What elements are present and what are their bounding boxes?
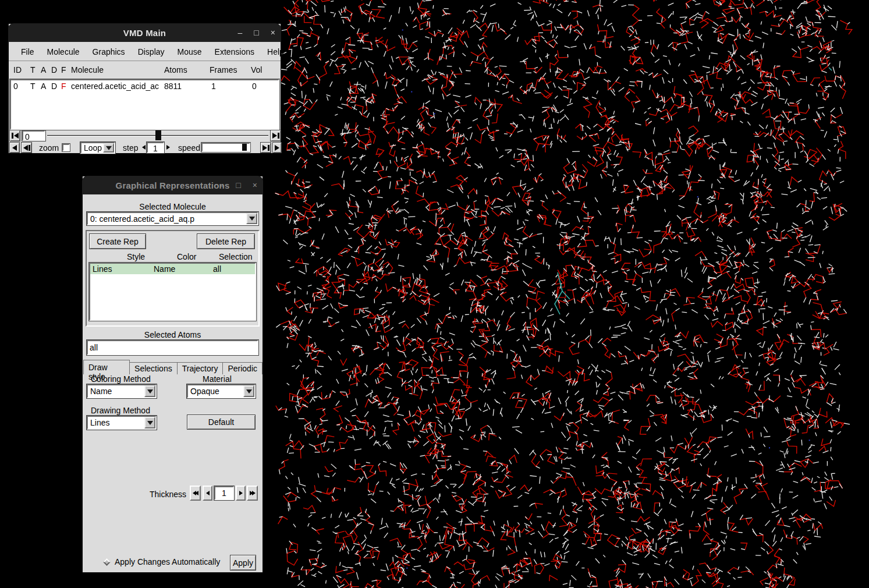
zoom-checkbox[interactable] xyxy=(62,144,70,151)
step-back-button[interactable] xyxy=(21,142,32,153)
rep-col-style: Style xyxy=(127,252,145,261)
maximize-icon[interactable]: □ xyxy=(236,181,240,189)
frame-slider[interactable] xyxy=(47,130,268,141)
chevron-down-icon xyxy=(144,417,155,428)
left-arrow-icon xyxy=(206,491,210,495)
bar-icon xyxy=(12,133,13,139)
material-dropdown[interactable]: Opaque xyxy=(187,384,256,398)
molecule-list: 0 T A D F centered.acetic_acid_ac 8811 1… xyxy=(10,79,279,130)
double-left-arrow-icon xyxy=(195,491,198,495)
speed-label: speed xyxy=(178,143,200,153)
row-molecule-name: centered.acetic_acid_ac xyxy=(71,82,163,91)
menu-help[interactable]: Help xyxy=(261,47,290,56)
frame-entry[interactable] xyxy=(22,130,45,141)
coloring-method-label: Coloring Method xyxy=(91,374,151,384)
close-icon[interactable]: × xyxy=(271,29,275,37)
minimize-icon[interactable]: – xyxy=(238,29,243,37)
apply-button[interactable]: Apply xyxy=(230,555,256,571)
rep-selection: all xyxy=(213,264,221,274)
tab-selections[interactable]: Selections xyxy=(130,362,178,374)
minimize-icon[interactable]: – xyxy=(220,181,225,189)
bar-icon xyxy=(268,145,269,151)
col-vol: Vol xyxy=(251,65,262,75)
selected-atoms-entry[interactable] xyxy=(87,340,258,355)
bar-icon xyxy=(29,145,30,151)
menu-display[interactable]: Display xyxy=(132,47,171,56)
menu-extensions[interactable]: Extensions xyxy=(208,47,261,56)
tab-draw-style[interactable]: Draw style xyxy=(83,360,130,374)
row-atoms: 8811 xyxy=(164,82,182,91)
thickness-entry[interactable] xyxy=(214,486,234,500)
menu-molecule[interactable]: Molecule xyxy=(41,47,86,56)
right-arrow-icon xyxy=(272,133,277,139)
default-button[interactable]: Default xyxy=(187,415,256,430)
loop-value: Loop xyxy=(81,143,103,153)
chevron-down-icon xyxy=(144,385,155,397)
row-active-toggle[interactable]: A xyxy=(41,82,46,91)
thickness-decrement-button[interactable] xyxy=(203,486,212,501)
vmd-main-window: VMD Main – □ × File Molecule Graphics Di… xyxy=(8,23,281,154)
left-arrow-icon xyxy=(14,133,19,139)
molecule-list-header: ID T A D F Molecule Atoms Frames Vol xyxy=(9,62,281,79)
rep-tabbar: Draw style Selections Trajectory Periodi… xyxy=(83,360,263,374)
rep-col-selection: Selection xyxy=(219,252,253,261)
coloring-method-dropdown[interactable]: Name xyxy=(87,384,157,398)
drawing-method-label: Drawing Method xyxy=(91,406,150,415)
speed-slider[interactable] xyxy=(201,143,250,152)
rep-color: Name xyxy=(154,264,175,274)
drawing-method-dropdown[interactable]: Lines xyxy=(87,416,157,430)
close-icon[interactable]: × xyxy=(253,181,257,189)
col-t: T xyxy=(30,65,36,75)
tab-trajectory[interactable]: Trajectory xyxy=(178,362,224,374)
rep-row-selected[interactable]: Lines Name all xyxy=(90,264,255,274)
step-forward-button[interactable] xyxy=(260,142,271,153)
col-a: A xyxy=(41,65,46,75)
molecule-row[interactable]: 0 T A D F centered.acetic_acid_ac 8811 1… xyxy=(11,82,278,92)
frame-slider-handle[interactable] xyxy=(155,130,161,140)
delete-rep-button[interactable]: Delete Rep xyxy=(197,233,255,249)
col-d: D xyxy=(51,65,57,75)
thickness-first-button[interactable] xyxy=(190,486,201,501)
row-vol: 0 xyxy=(252,82,257,91)
menu-mouse[interactable]: Mouse xyxy=(171,47,208,56)
create-rep-button[interactable]: Create Rep xyxy=(89,233,146,249)
row-frames: 1 xyxy=(211,82,216,91)
selected-atoms-input[interactable] xyxy=(88,341,257,354)
col-atoms: Atoms xyxy=(164,65,187,75)
jump-start-button[interactable] xyxy=(9,130,20,141)
loop-dropdown[interactable]: Loop xyxy=(80,142,115,154)
frame-slider-row xyxy=(9,130,281,142)
thickness-last-button[interactable] xyxy=(247,486,258,501)
thickness-increment-button[interactable] xyxy=(236,486,246,501)
col-id: ID xyxy=(13,65,22,75)
gr-titlebar[interactable]: Graphical Representations – □ × xyxy=(82,176,263,194)
vmd-main-menubar: File Molecule Graphics Display Mouse Ext… xyxy=(9,42,281,61)
zoom-label: zoom xyxy=(39,143,59,153)
menu-graphics[interactable]: Graphics xyxy=(86,47,132,56)
step-input[interactable] xyxy=(148,144,163,153)
play-reverse-button[interactable] xyxy=(9,142,20,153)
menu-file[interactable]: File xyxy=(15,47,41,56)
drawing-method-value: Lines xyxy=(88,418,144,427)
frame-input[interactable] xyxy=(23,133,44,141)
selected-molecule-dropdown[interactable]: 0: centered.acetic_acid_aq.p xyxy=(87,212,258,225)
row-top-toggle[interactable]: T xyxy=(30,82,36,91)
jump-end-button[interactable] xyxy=(270,130,281,141)
rep-style: Lines xyxy=(93,264,112,274)
play-forward-button[interactable] xyxy=(272,142,282,153)
apply-auto-checkbox[interactable] xyxy=(103,558,111,566)
thickness-input[interactable] xyxy=(215,487,233,499)
rep-list: Lines Name all xyxy=(89,263,256,321)
chevron-down-icon xyxy=(246,213,257,224)
step-decrement-icon[interactable] xyxy=(142,145,146,150)
maximize-icon[interactable]: □ xyxy=(254,29,258,37)
tab-periodic[interactable]: Periodic xyxy=(223,362,263,374)
speed-slider-handle[interactable] xyxy=(242,144,247,151)
row-fixed-toggle[interactable]: F xyxy=(61,82,66,91)
step-entry[interactable] xyxy=(147,142,164,153)
row-drawn-toggle[interactable]: D xyxy=(51,82,57,91)
step-increment-icon[interactable] xyxy=(166,145,170,150)
selected-atoms-label: Selected Atoms xyxy=(83,330,263,339)
vmd-main-titlebar[interactable]: VMD Main – □ × xyxy=(8,23,281,42)
apply-auto-label: Apply Changes Automatically xyxy=(115,557,220,566)
